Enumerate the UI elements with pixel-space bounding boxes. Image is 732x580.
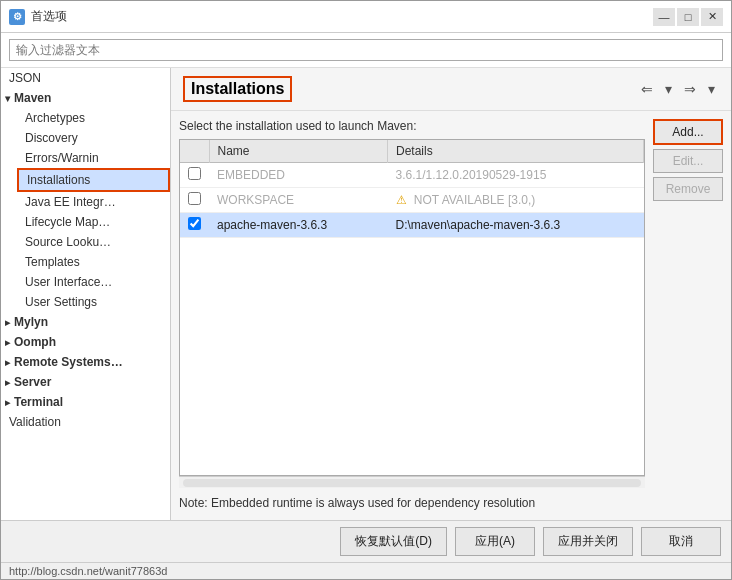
- row-2-checkbox-cell: [180, 188, 209, 213]
- sidebar-item-json[interactable]: JSON: [1, 68, 170, 88]
- installations-table-container: Name Details: [179, 139, 645, 476]
- sidebar-item-discovery[interactable]: Discovery: [17, 128, 170, 148]
- apply-button[interactable]: 应用(A): [455, 527, 535, 556]
- titlebar: ⚙ 首选项 — □ ✕: [1, 1, 731, 33]
- add-button[interactable]: Add...: [653, 119, 723, 145]
- row-1-name: EMBEDDED: [209, 163, 388, 188]
- status-bar: http://blog.csdn.net/wanit77863d: [1, 562, 731, 579]
- apply-close-button[interactable]: 应用并关闭: [543, 527, 633, 556]
- row-2-checkbox[interactable]: [188, 192, 201, 205]
- row-3-name: apache-maven-3.6.3: [209, 213, 388, 238]
- main-content: JSON ▾ Maven Archetypes Discovery Errors…: [1, 68, 731, 579]
- sidebar-item-remote[interactable]: ▸ Remote Systems…: [1, 352, 170, 372]
- installations-table: Name Details: [180, 140, 644, 238]
- sidebar-item-javaee[interactable]: Java EE Integr…: [17, 192, 170, 212]
- sidebar-item-errors[interactable]: Errors/Warnin: [17, 148, 170, 168]
- maven-children: Archetypes Discovery Errors/Warnin Insta…: [1, 108, 170, 312]
- back-dropdown[interactable]: ▾: [661, 79, 676, 99]
- mylyn-arrow: ▸: [5, 317, 10, 328]
- terminal-arrow: ▸: [5, 397, 10, 408]
- app-icon: ⚙: [9, 9, 25, 25]
- panel-title: Installations: [183, 76, 292, 102]
- sidebar-item-source[interactable]: Source Looku…: [17, 232, 170, 252]
- h-scrollbar[interactable]: [179, 476, 645, 488]
- expand-arrow: ▾: [5, 93, 10, 104]
- row-1-details: 3.6.1/1.12.0.20190529-1915: [388, 163, 644, 188]
- sidebar-item-maven[interactable]: ▾ Maven: [1, 88, 170, 108]
- scrollbar-track: [183, 479, 641, 487]
- sidebar-item-terminal[interactable]: ▸ Terminal: [1, 392, 170, 412]
- forward-button[interactable]: ⇒: [680, 79, 700, 99]
- window-controls: — □ ✕: [653, 8, 723, 26]
- table-row: apache-maven-3.6.3 D:\maven\apache-maven…: [180, 213, 644, 238]
- cancel-button[interactable]: 取消: [641, 527, 721, 556]
- edit-button[interactable]: Edit...: [653, 149, 723, 173]
- bottom-bar: 恢复默认值(D) 应用(A) 应用并关闭 取消: [1, 520, 731, 562]
- note-text: Note: Embedded runtime is always used fo…: [179, 494, 645, 512]
- panel-toolbar: ⇐ ▾ ⇒ ▾: [637, 79, 719, 99]
- sidebar-item-user-interface[interactable]: User Interface…: [17, 272, 170, 292]
- sidebar-item-installations[interactable]: Installations: [17, 168, 170, 192]
- sidebar-item-validation[interactable]: Validation: [1, 412, 170, 432]
- details-column-header: Details: [388, 140, 644, 163]
- filter-bar: [1, 33, 731, 68]
- sidebar-item-oomph[interactable]: ▸ Oomph: [1, 332, 170, 352]
- forward-dropdown[interactable]: ▾: [704, 79, 719, 99]
- installations-area: Select the installation used to launch M…: [179, 119, 645, 512]
- row-2-details: ⚠ NOT AVAILABLE [3.0,): [388, 188, 644, 213]
- status-url: http://blog.csdn.net/wanit77863d: [9, 565, 167, 577]
- remove-button[interactable]: Remove: [653, 177, 723, 201]
- sidebar-item-templates[interactable]: Templates: [17, 252, 170, 272]
- pane-container: JSON ▾ Maven Archetypes Discovery Errors…: [1, 68, 731, 520]
- sidebar-item-user-settings[interactable]: User Settings: [17, 292, 170, 312]
- preferences-window: ⚙ 首选项 — □ ✕ JSON ▾ Maven: [0, 0, 732, 580]
- checkbox-header: [180, 140, 209, 163]
- row-1-checkbox-cell: [180, 163, 209, 188]
- table-row: EMBEDDED 3.6.1/1.12.0.20190529-1915: [180, 163, 644, 188]
- row-3-details: D:\maven\apache-maven-3.6.3: [388, 213, 644, 238]
- sidebar-item-server[interactable]: ▸ Server: [1, 372, 170, 392]
- server-arrow: ▸: [5, 377, 10, 388]
- name-column-header: Name: [209, 140, 388, 163]
- restore-defaults-button[interactable]: 恢复默认值(D): [340, 527, 447, 556]
- description-text: Select the installation used to launch M…: [179, 119, 645, 133]
- row-2-name: WORKSPACE: [209, 188, 388, 213]
- oomph-arrow: ▸: [5, 337, 10, 348]
- back-button[interactable]: ⇐: [637, 79, 657, 99]
- right-panel: Installations ⇐ ▾ ⇒ ▾ Select the install…: [171, 68, 731, 520]
- sidebar-item-lifecycle[interactable]: Lifecycle Map…: [17, 212, 170, 232]
- panel-header: Installations ⇐ ▾ ⇒ ▾: [171, 68, 731, 111]
- minimize-button[interactable]: —: [653, 8, 675, 26]
- filter-input[interactable]: [9, 39, 723, 61]
- row-3-checkbox-cell: [180, 213, 209, 238]
- maximize-button[interactable]: □: [677, 8, 699, 26]
- close-button[interactable]: ✕: [701, 8, 723, 26]
- table-row: WORKSPACE ⚠ NOT AVAILABLE [3.0,): [180, 188, 644, 213]
- table-header-row: Name Details: [180, 140, 644, 163]
- panel-body: Select the installation used to launch M…: [171, 111, 731, 520]
- warning-icon: ⚠: [396, 193, 407, 207]
- side-buttons: Add... Edit... Remove: [653, 119, 723, 512]
- row-1-checkbox[interactable]: [188, 167, 201, 180]
- row-3-checkbox[interactable]: [188, 217, 201, 230]
- remote-arrow: ▸: [5, 357, 10, 368]
- sidebar-item-mylyn[interactable]: ▸ Mylyn: [1, 312, 170, 332]
- sidebar: JSON ▾ Maven Archetypes Discovery Errors…: [1, 68, 171, 520]
- window-title: 首选项: [31, 8, 653, 25]
- sidebar-item-archetypes[interactable]: Archetypes: [17, 108, 170, 128]
